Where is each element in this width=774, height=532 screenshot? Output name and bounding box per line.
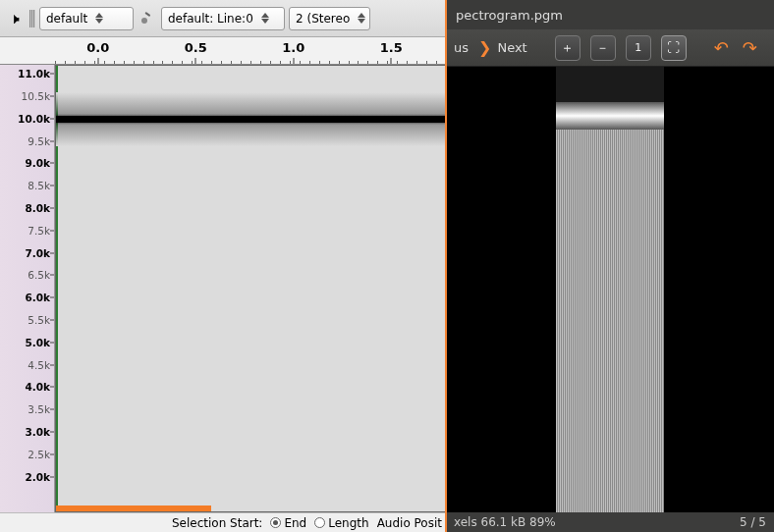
freq-tick-label: 6.0k	[25, 292, 50, 303]
frequency-axis: 11.0k10.5k10.0k9.5k9.0k8.5k8.0k7.5k7.0k6…	[0, 65, 55, 512]
freq-tick-label: 4.0k	[25, 381, 50, 393]
selection-toolbar: Selection Start: End Length Audio Posit	[0, 512, 446, 532]
plus-icon: ＋	[561, 39, 574, 57]
freq-tick-label: 2.5k	[28, 449, 50, 460]
rotate-left-button[interactable]: ↶	[712, 37, 731, 58]
audio-editor-pane: 🕨 default default: Line:0 2 (Stereo 0.00…	[0, 0, 446, 532]
freq-tick-label: 8.5k	[28, 180, 50, 191]
freq-tick-label: 10.5k	[22, 90, 50, 102]
image-viewer-pane: pectrogram.pgm us ❯ Next ＋ － 1 ⛶ ↶ ↷ xel…	[446, 0, 774, 532]
freq-tick-label: 4.5k	[28, 359, 50, 371]
next-button[interactable]: ❯ Next	[478, 38, 527, 57]
selection-start-label: Selection Start:	[172, 516, 262, 530]
status-left: xels 66.1 kB 89%	[454, 515, 556, 529]
radio-dot-icon	[314, 517, 325, 528]
input-device-value: default: Line:0	[168, 12, 261, 26]
freq-tick-label: 7.0k	[25, 247, 50, 259]
time-tick-label: 0.0	[86, 40, 109, 55]
fit-icon: ⛶	[667, 40, 680, 55]
time-tick-label: 1.5	[380, 40, 403, 55]
end-radio[interactable]: End	[270, 516, 306, 530]
freq-tick-label: 10.0k	[18, 113, 50, 125]
selection-indicator[interactable]	[56, 505, 211, 511]
track-area: 11.0k10.5k10.0k9.5k9.0k8.5k8.0k7.5k7.0k6…	[0, 65, 446, 512]
time-ruler[interactable]: 0.00.51.01.5	[0, 37, 446, 65]
freq-tick-label: 6.5k	[28, 269, 50, 281]
device-toolbar: 🕨 default default: Line:0 2 (Stereo	[0, 0, 446, 37]
minus-icon: －	[596, 39, 609, 57]
next-label: Next	[497, 40, 526, 55]
freq-tick-label: 2.0k	[25, 471, 50, 483]
output-device-value: default	[46, 12, 95, 26]
audio-position-label: Audio Posit	[377, 516, 442, 530]
zoom-in-button[interactable]: ＋	[555, 35, 580, 61]
pane-divider[interactable]	[445, 0, 447, 532]
output-device-select[interactable]: default	[39, 7, 134, 30]
end-label: End	[284, 516, 306, 530]
freq-tick-label: 8.0k	[25, 202, 50, 214]
viewer-titlebar: pectrogram.pgm	[446, 0, 774, 29]
freq-tick-label: 11.0k	[18, 68, 50, 80]
rotate-right-button[interactable]: ↷	[741, 37, 759, 58]
time-tick-label: 0.5	[185, 40, 207, 55]
freq-tick-label: 3.0k	[25, 426, 50, 438]
channels-value: 2 (Stereo	[296, 12, 358, 26]
freq-tick-label: 3.5k	[28, 403, 50, 415]
speaker-icon: 🕨	[8, 11, 26, 27]
spectrogram-track[interactable]	[55, 65, 446, 512]
viewer-statusbar: xels 66.1 kB 89% 5 / 5	[446, 512, 774, 532]
one-icon: 1	[635, 41, 641, 54]
radio-dot-icon	[270, 517, 281, 528]
svg-rect-1	[144, 12, 150, 17]
input-device-select[interactable]: default: Line:0	[161, 7, 285, 30]
freq-tick-label: 9.0k	[25, 157, 50, 169]
freq-tick-label: 9.5k	[28, 135, 50, 147]
zoom-fit-button[interactable]: ⛶	[661, 35, 687, 61]
previous-button[interactable]: us	[454, 40, 469, 55]
mic-icon	[138, 9, 157, 28]
status-right: 5 / 5	[740, 515, 766, 529]
svg-point-0	[141, 18, 147, 24]
window-title: pectrogram.pgm	[456, 8, 764, 23]
freq-tick-label: 7.5k	[28, 225, 50, 237]
prev-label: us	[454, 40, 469, 55]
tone-peak	[56, 116, 445, 123]
time-tick-label: 1.0	[282, 40, 304, 55]
freq-tick-label: 5.5k	[28, 314, 50, 326]
zoom-out-button[interactable]: －	[590, 35, 616, 61]
channels-select[interactable]: 2 (Stereo	[289, 7, 370, 30]
viewer-toolbar: us ❯ Next ＋ － 1 ⛶ ↶ ↷	[446, 29, 774, 67]
length-radio[interactable]: Length	[314, 516, 368, 530]
toolbar-grip[interactable]	[29, 10, 35, 27]
spectrogram-image	[556, 67, 664, 512]
chevron-right-icon: ❯	[478, 38, 491, 57]
length-label: Length	[328, 516, 368, 530]
zoom-100-button[interactable]: 1	[626, 35, 651, 61]
viewer-canvas[interactable]	[446, 67, 774, 512]
freq-tick-label: 5.0k	[25, 337, 50, 348]
